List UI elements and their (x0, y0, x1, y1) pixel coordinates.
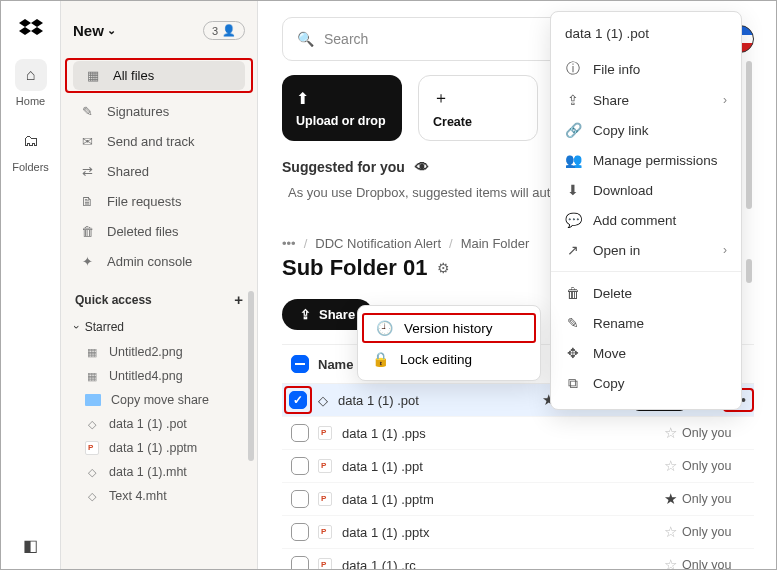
rail-home[interactable]: ⌂ Home (15, 59, 47, 107)
select-all-checkbox[interactable] (291, 355, 309, 373)
sidebar-item-label: Shared (107, 164, 149, 179)
image-icon: ▦ (85, 345, 99, 359)
starred-item[interactable]: data 1 (1) .pptm (61, 436, 257, 460)
notification-count[interactable]: 3 👤 (203, 21, 245, 40)
sidebar-item-label: Admin console (107, 254, 192, 269)
file-icon: 🗎 (79, 194, 95, 209)
table-row[interactable]: data 1 (1) .pptm ★ Only you (282, 483, 754, 516)
ppt-icon (318, 426, 332, 440)
new-button[interactable]: New ⌄ (73, 22, 116, 39)
starred-item[interactable]: ▦Untitled2.png (61, 340, 257, 364)
quick-access-add-icon[interactable]: + (234, 291, 243, 308)
folders-icon: 🗂 (15, 125, 47, 157)
row-checkbox[interactable] (291, 556, 309, 569)
ppt-icon (318, 459, 332, 473)
star-icon[interactable]: ☆ (658, 556, 682, 569)
link-icon: 🔗 (565, 122, 581, 138)
column-name[interactable]: Name (318, 357, 353, 372)
table-row[interactable]: data 1 (1) .ppt ☆ Only you (282, 450, 754, 483)
sidebar-item-admin[interactable]: ✦Admin console (67, 247, 251, 276)
menu-copy[interactable]: ⧉Copy (551, 368, 741, 399)
info-icon: ⓘ (565, 60, 581, 78)
sidebar-item-shared[interactable]: ⇄Shared (67, 157, 251, 186)
star-icon[interactable]: ☆ (658, 457, 682, 475)
share-icon: ⇪ (300, 307, 311, 322)
table-row[interactable]: data 1 (1) .pptx ☆ Only you (282, 516, 754, 549)
starred-item[interactable]: Copy move share (61, 388, 257, 412)
menu-move[interactable]: ✥Move (551, 338, 741, 368)
starred-item[interactable]: ◇data 1 (1).mht (61, 460, 257, 484)
starred-item[interactable]: ◇Text 4.mht (61, 484, 257, 508)
comment-icon: 💬 (565, 212, 581, 228)
create-card[interactable]: ＋ Create (418, 75, 538, 141)
lock-icon: 🔒 (372, 351, 388, 367)
file-name: data 1 (1) .ppt (342, 459, 423, 474)
quick-access-label: Quick access (75, 293, 152, 307)
share-icon: ⇪ (565, 92, 581, 108)
menu-label: Open in (593, 243, 640, 258)
file-name: data 1 (1) .pptx (342, 525, 429, 540)
starred-item[interactable]: ▦Untitled4.png (61, 364, 257, 388)
sidebar-scrollbar[interactable] (248, 291, 254, 461)
menu-rename[interactable]: ✎Rename (551, 308, 741, 338)
ppt-icon (85, 441, 99, 455)
access-label: Only you (682, 459, 754, 473)
context-menu: data 1 (1) .pot ⓘFile info ⇪Share› 🔗Copy… (550, 11, 742, 410)
sidebar-item-label: Deleted files (107, 224, 179, 239)
row-checkbox[interactable] (291, 424, 309, 442)
collapse-rail-icon[interactable]: ◧ (23, 536, 38, 555)
star-item-label: Text 4.mht (109, 489, 167, 503)
dropbox-logo-icon (19, 17, 43, 41)
crumb-link[interactable]: DDC Notification Alert (315, 236, 441, 251)
menu-file-info[interactable]: ⓘFile info (551, 53, 741, 85)
starred-header[interactable]: Starred (61, 314, 257, 340)
star-icon[interactable]: ☆ (658, 424, 682, 442)
upload-card[interactable]: ⬆ Upload or drop (282, 75, 402, 141)
sidebar-item-all-files[interactable]: ▦ All files (73, 61, 245, 90)
menu-download[interactable]: ⬇Download (551, 175, 741, 205)
search-placeholder: Search (324, 31, 368, 47)
file-icon: ◇ (85, 489, 99, 503)
menu-add-comment[interactable]: 💬Add comment (551, 205, 741, 235)
page-scrollbar-thumb[interactable] (746, 259, 752, 283)
sidebar-item-file-requests[interactable]: 🗎File requests (67, 187, 251, 216)
clock-icon: 🕘 (376, 320, 392, 336)
menu-label: Add comment (593, 213, 676, 228)
menu-manage-permissions[interactable]: 👥Manage permissions (551, 145, 741, 175)
star-item-label: data 1 (1) .pptm (109, 441, 197, 455)
page-scrollbar[interactable] (746, 61, 752, 209)
file-name: data 1 (1) .rc (342, 558, 416, 570)
gear-icon[interactable]: ⚙ (437, 260, 450, 276)
row-checkbox[interactable] (291, 523, 309, 541)
menu-label: Delete (593, 286, 632, 301)
star-icon[interactable]: ☆ (658, 523, 682, 541)
rail-folders[interactable]: 🗂 Folders (12, 125, 49, 173)
grid-icon: ▦ (85, 68, 101, 83)
row-checkbox[interactable] (291, 490, 309, 508)
menu-delete[interactable]: 🗑Delete (551, 278, 741, 308)
file-icon: ◇ (318, 393, 328, 408)
sidebar-item-send-track[interactable]: ✉Send and track (67, 127, 251, 156)
access-label: Only you (682, 426, 754, 440)
row-checkbox[interactable] (291, 457, 309, 475)
access-label: Only you (682, 525, 754, 539)
menu-copy-link[interactable]: 🔗Copy link (551, 115, 741, 145)
menu-label: Lock editing (400, 352, 472, 367)
menu-open-in[interactable]: ↗Open in› (551, 235, 741, 265)
external-icon: ↗ (565, 242, 581, 258)
sidebar-item-signatures[interactable]: ✎Signatures (67, 97, 251, 126)
starred-item[interactable]: ◇data 1 (1) .pot (61, 412, 257, 436)
sidebar-item-deleted[interactable]: 🗑Deleted files (67, 217, 251, 246)
row-checkbox[interactable] (289, 391, 307, 409)
trash-icon: 🗑 (565, 285, 581, 301)
submenu: 🕘Version history 🔒Lock editing (357, 305, 541, 381)
submenu-lock-editing[interactable]: 🔒Lock editing (358, 344, 540, 374)
menu-share[interactable]: ⇪Share› (551, 85, 741, 115)
star-icon[interactable]: ★ (658, 490, 682, 508)
eye-icon[interactable]: 👁 (415, 159, 429, 175)
table-row[interactable]: data 1 (1) .rc ☆ Only you (282, 549, 754, 569)
more-icon[interactable]: ••• (282, 236, 296, 251)
crumb-link[interactable]: Main Folder (461, 236, 530, 251)
table-row[interactable]: data 1 (1) .pps ☆ Only you (282, 417, 754, 450)
submenu-version-history[interactable]: 🕘Version history (362, 313, 536, 343)
